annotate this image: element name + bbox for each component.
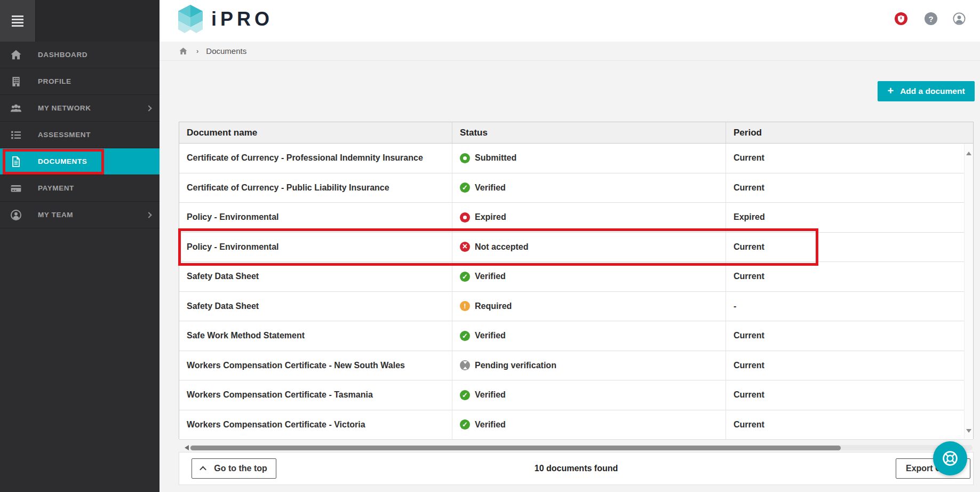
table-row[interactable]: Workers Compensation Certificate - New S… xyxy=(179,351,973,381)
table-row[interactable]: Safety Data Sheet Required - xyxy=(179,292,973,322)
table-row-highlighted[interactable]: Policy - Environmental Not accepted Curr… xyxy=(179,233,973,263)
status-not-accepted-icon xyxy=(460,242,470,252)
column-header-period: Period xyxy=(726,122,973,143)
table-row[interactable]: Safe Work Method Statement Verified Curr… xyxy=(179,321,973,351)
status-label: Verified xyxy=(475,183,506,193)
status-verified-icon xyxy=(460,390,470,400)
document-name-cell: Policy - Environmental xyxy=(179,233,452,262)
status-cell: Submitted xyxy=(452,144,726,173)
sidebar-item-profile[interactable]: PROFILE xyxy=(0,68,160,95)
period-cell: Current xyxy=(726,321,973,351)
table-header-row: Document name Status Period xyxy=(179,122,973,144)
period-cell: Current xyxy=(726,380,973,410)
table-row[interactable]: Safety Data Sheet Verified Current xyxy=(179,262,973,292)
horizontal-scrollbar-thumb[interactable] xyxy=(190,446,841,450)
status-cell: Verified xyxy=(452,321,726,351)
status-submitted-icon xyxy=(460,153,470,163)
status-cell: Required xyxy=(452,292,726,321)
table-row[interactable]: Certificate of Currency - Professional I… xyxy=(179,144,973,173)
status-cell: Expired xyxy=(452,203,726,232)
credit-card-icon xyxy=(10,182,22,194)
go-to-top-label: Go to the top xyxy=(214,464,267,473)
help-button[interactable] xyxy=(925,12,937,25)
alerts-button[interactable] xyxy=(895,12,907,25)
status-cell: Verified xyxy=(452,173,726,203)
chevron-right-icon xyxy=(146,105,152,111)
sidebar-header xyxy=(0,0,160,42)
home-icon[interactable] xyxy=(179,47,188,55)
breadcrumb: › Documents xyxy=(160,42,980,61)
scroll-left-icon[interactable] xyxy=(182,445,189,450)
status-verified-icon xyxy=(460,182,470,193)
sidebar-item-label: DASHBOARD xyxy=(38,51,87,59)
top-header: iPRO xyxy=(160,0,980,42)
document-name-cell: Workers Compensation Certificate - Tasma… xyxy=(179,380,452,410)
period-cell: Expired xyxy=(726,203,973,232)
logo-text: iPRO xyxy=(211,8,273,30)
status-cell: Pending verification xyxy=(452,351,726,380)
sidebar-item-dashboard[interactable]: DASHBOARD xyxy=(0,42,160,68)
sidebar-menu: DASHBOARD PROFILE xyxy=(0,42,160,228)
documents-count: 10 documents found xyxy=(179,453,973,485)
status-cell: Not accepted xyxy=(452,233,726,262)
hamburger-menu-button[interactable] xyxy=(0,0,36,42)
support-floating-button[interactable] xyxy=(933,441,967,475)
document-name-cell: Certificate of Currency - Professional I… xyxy=(179,144,452,173)
status-label: Verified xyxy=(475,420,506,430)
account-button[interactable] xyxy=(953,12,966,25)
home-icon xyxy=(10,49,22,61)
document-name-cell: Certificate of Currency - Public Liabili… xyxy=(179,173,452,203)
scroll-up-icon[interactable] xyxy=(966,149,971,155)
status-verified-icon xyxy=(460,272,470,282)
status-cell: Verified xyxy=(452,380,726,410)
documents-table: Document name Status Period Certificate … xyxy=(179,122,974,439)
sidebar-item-my-network[interactable]: MY NETWORK xyxy=(0,95,160,122)
status-label: Expired xyxy=(475,212,506,222)
scroll-down-icon[interactable] xyxy=(966,429,971,435)
period-cell: Current xyxy=(726,262,973,291)
document-name-cell: Workers Compensation Certificate - Victo… xyxy=(179,410,452,440)
sidebar-item-label: PAYMENT xyxy=(38,184,74,192)
sidebar-item-documents[interactable]: DOCUMENTS xyxy=(0,148,160,175)
sidebar-item-assessment[interactable]: ASSESSMENT xyxy=(0,122,160,148)
document-icon xyxy=(10,156,22,168)
document-name-cell: Safety Data Sheet xyxy=(179,292,452,321)
column-header-status: Status xyxy=(452,122,726,143)
sidebar-item-label: DOCUMENTS xyxy=(38,157,87,165)
period-cell: Current xyxy=(726,410,973,440)
status-label: Not accepted xyxy=(475,242,528,252)
status-label: Required xyxy=(475,301,512,311)
lifebuoy-icon xyxy=(940,448,960,469)
go-to-top-button[interactable]: Go to the top xyxy=(192,458,276,479)
ipro-logo-icon xyxy=(178,5,203,34)
app-logo[interactable]: iPRO xyxy=(178,5,273,34)
sidebar-item-payment[interactable]: PAYMENT xyxy=(0,175,160,202)
add-document-label: Add a document xyxy=(900,86,965,96)
period-cell: Current xyxy=(726,173,973,203)
sidebar-item-label: ASSESSMENT xyxy=(38,131,91,139)
table-row[interactable]: Policy - Environmental Expired Expired xyxy=(179,203,973,233)
table-row[interactable]: Workers Compensation Certificate - Tasma… xyxy=(179,380,973,410)
breadcrumb-current[interactable]: Documents xyxy=(206,46,246,55)
building-icon xyxy=(10,76,22,88)
period-cell: Current xyxy=(726,233,973,262)
status-required-icon xyxy=(460,301,470,311)
table-row[interactable]: Workers Compensation Certificate - Victo… xyxy=(179,410,973,440)
status-verified-icon xyxy=(460,331,470,341)
status-cell: Verified xyxy=(452,410,726,440)
table-row[interactable]: Certificate of Currency - Public Liabili… xyxy=(179,173,973,203)
column-header-document-name: Document name xyxy=(179,122,452,143)
horizontal-scrollbar-track[interactable] xyxy=(190,445,973,450)
status-label: Verified xyxy=(475,390,506,400)
sidebar-item-my-team[interactable]: MY TEAM xyxy=(0,202,160,228)
status-label: Verified xyxy=(475,331,506,340)
sidebar-item-label: MY NETWORK xyxy=(38,104,91,112)
period-cell: Current xyxy=(726,351,973,380)
status-pending-icon xyxy=(460,360,470,370)
plus-icon: + xyxy=(887,85,894,97)
document-name-cell: Workers Compensation Certificate - New S… xyxy=(179,351,452,380)
status-verified-icon xyxy=(460,419,470,430)
document-name-cell: Safety Data Sheet xyxy=(179,262,452,291)
add-document-button[interactable]: + Add a document xyxy=(878,81,975,101)
vertical-scrollbar[interactable] xyxy=(964,144,973,439)
